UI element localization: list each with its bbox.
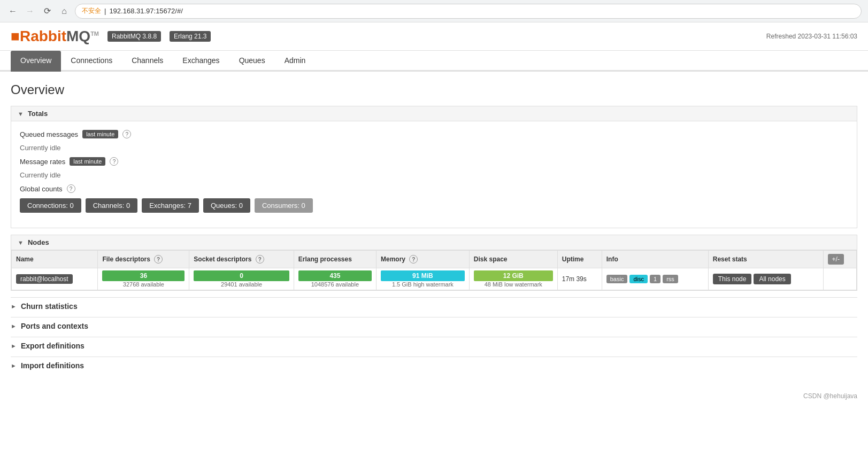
currently-idle-1-row: Currently idle <box>20 144 848 152</box>
currently-idle-2-text: Currently idle <box>20 171 61 179</box>
socket-desc-bar: 0 <box>194 270 289 281</box>
count-buttons-row: Connections: 0 Channels: 0 Exchanges: 7 … <box>20 198 848 213</box>
totals-label: Totals <box>28 110 48 118</box>
ports-header[interactable]: ► Ports and contexts <box>11 317 857 335</box>
connections-count-button[interactable]: Connections: 0 <box>20 198 81 213</box>
nav-admin[interactable]: Admin <box>275 51 316 72</box>
memory-watermark: 1.5 GiB high watermark <box>381 281 465 288</box>
ports-label: Ports and contexts <box>21 322 88 330</box>
export-header[interactable]: ► Export definitions <box>11 337 857 354</box>
nodes-label: Nodes <box>28 238 49 246</box>
import-header[interactable]: ► Import definitions <box>11 357 857 374</box>
page-title: Overview <box>11 82 857 97</box>
info-badge-num[interactable]: 1 <box>650 275 660 283</box>
main-navigation: Overview Connections Channels Exchanges … <box>0 51 868 72</box>
memory-bar: 91 MiB <box>381 270 465 281</box>
address-separator: | <box>104 7 106 15</box>
nav-overview[interactable]: Overview <box>11 51 61 72</box>
churn-label: Churn statistics <box>21 302 78 311</box>
totals-arrow: ▼ <box>18 111 24 117</box>
reset-buttons-group: This node All nodes <box>713 274 819 284</box>
channels-count-button[interactable]: Channels: 0 <box>86 198 137 213</box>
uptime-cell: 17m 39s <box>557 268 602 290</box>
last-minute-badge-1: last minute <box>82 130 118 138</box>
file-desc-help[interactable]: ? <box>154 255 163 264</box>
global-help-icon[interactable]: ? <box>67 184 75 193</box>
address-url: 192.168.31.97:15672/#/ <box>109 7 182 15</box>
import-arrow: ► <box>11 362 17 369</box>
last-minute-badge-2: last minute <box>70 157 105 166</box>
col-file-descriptors: File descriptors ? <box>98 251 189 268</box>
nodes-header[interactable]: ▼ Nodes <box>11 235 857 250</box>
file-desc-bar: 36 <box>102 270 185 281</box>
file-desc-avail: 32768 available <box>102 281 185 288</box>
forward-button[interactable]: → <box>24 5 36 18</box>
import-section: ► Import definitions <box>11 357 857 374</box>
col-memory: Memory ? <box>377 251 470 268</box>
node-name-badge: rabbit@localhost <box>16 274 73 284</box>
global-counts-label: Global counts <box>20 185 63 193</box>
logo-tm-text: TM <box>90 30 99 37</box>
nav-connections[interactable]: Connections <box>61 51 122 72</box>
plus-minus-button[interactable]: +/- <box>828 254 844 265</box>
nodes-content: Name File descriptors ? Socket descripto… <box>11 250 857 291</box>
nav-exchanges[interactable]: Exchanges <box>173 51 229 72</box>
exchanges-count-button[interactable]: Exchanges: 7 <box>142 198 199 213</box>
home-button[interactable]: ⌂ <box>58 5 71 18</box>
message-rates-label: Message rates <box>20 158 65 166</box>
logo-mq-text: MQ <box>66 28 90 44</box>
socket-desc-help[interactable]: ? <box>256 255 264 264</box>
col-plus-minus: +/- <box>823 251 856 268</box>
nav-queues[interactable]: Queues <box>229 51 275 72</box>
nodes-table-header-row: Name File descriptors ? Socket descripto… <box>12 251 857 268</box>
back-button[interactable]: ← <box>6 5 19 18</box>
info-cell: basic disc 1 rss <box>602 268 708 290</box>
logo-rabbit-text: ■Rabbit <box>11 28 66 44</box>
security-warning: 不安全 <box>82 6 101 16</box>
queues-count-button[interactable]: Queues: 0 <box>203 198 250 213</box>
reset-stats-cell: This node All nodes <box>708 268 823 290</box>
node-name-cell: rabbit@localhost <box>12 268 98 290</box>
extra-cell <box>823 268 856 290</box>
erlang-avail: 1048576 available <box>298 281 372 288</box>
address-bar[interactable]: 不安全 | 192.168.31.97:15672/#/ <box>75 4 862 19</box>
churn-arrow: ► <box>11 303 17 309</box>
info-badge-rss[interactable]: rss <box>663 275 678 283</box>
socket-desc-bar-wrap: 0 <box>194 270 289 281</box>
reload-button[interactable]: ⟳ <box>41 5 53 18</box>
file-desc-bar-wrap: 36 <box>102 270 185 281</box>
memory-bar-wrap: 91 MiB <box>381 270 465 281</box>
queued-messages-row: Queued messages last minute ? <box>20 130 848 138</box>
erlang-bar-wrap: 435 <box>298 270 372 281</box>
footer: CSDN @hehuijava <box>0 387 868 405</box>
queued-help-icon[interactable]: ? <box>122 130 131 138</box>
uptime-value: 17m 39s <box>562 275 587 283</box>
nav-channels[interactable]: Channels <box>122 51 173 72</box>
consumers-count-button[interactable]: Consumers: 0 <box>255 198 313 213</box>
info-badge-disc[interactable]: disc <box>629 275 648 283</box>
import-label: Import definitions <box>21 361 84 370</box>
totals-header[interactable]: ▼ Totals <box>11 106 857 121</box>
app-header: ■RabbitMQTM RabbitMQ 3.8.8 Erlang 21.3 R… <box>0 22 868 51</box>
memory-cell: 91 MiB 1.5 GiB high watermark <box>377 268 470 290</box>
reset-this-node-button[interactable]: This node <box>713 274 752 284</box>
churn-section: ► Churn statistics <box>11 297 857 315</box>
app-logo: ■RabbitMQTM <box>11 28 99 45</box>
rates-help-icon[interactable]: ? <box>110 157 118 166</box>
export-arrow: ► <box>11 343 17 349</box>
disk-watermark: 48 MiB low watermark <box>474 281 553 288</box>
churn-header[interactable]: ► Churn statistics <box>11 297 857 315</box>
global-counts-row: Global counts ? <box>20 184 848 193</box>
col-uptime: Uptime <box>557 251 602 268</box>
info-badge-basic[interactable]: basic <box>606 275 628 283</box>
disk-cell: 12 GiB 48 MiB low watermark <box>469 268 557 290</box>
reset-all-nodes-button[interactable]: All nodes <box>754 274 790 284</box>
col-disk-space: Disk space <box>469 251 557 268</box>
erlang-bar: 435 <box>298 270 372 281</box>
memory-help[interactable]: ? <box>409 255 418 264</box>
col-socket-descriptors: Socket descriptors ? <box>189 251 294 268</box>
export-section: ► Export definitions <box>11 337 857 354</box>
ports-section: ► Ports and contexts <box>11 317 857 335</box>
footer-credit: CSDN @hehuijava <box>803 392 857 400</box>
currently-idle-2-row: Currently idle <box>20 171 848 179</box>
